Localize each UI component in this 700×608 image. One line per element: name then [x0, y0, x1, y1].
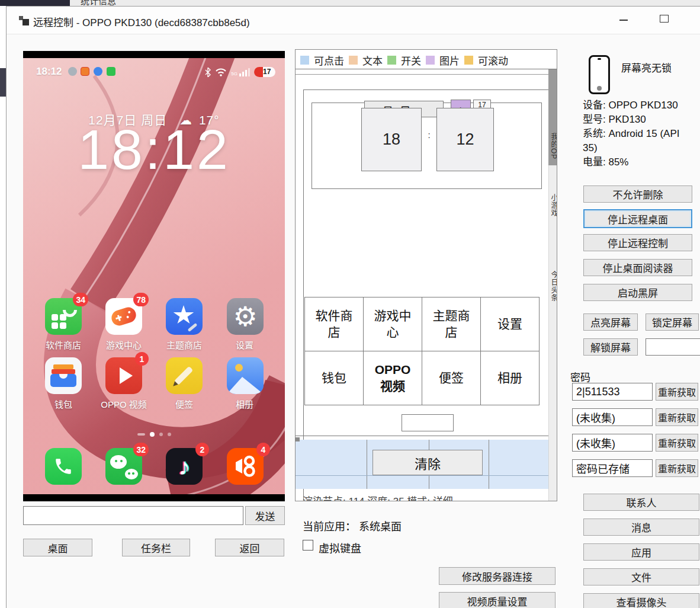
device-info-block: 设备: OPPO PKD130 型号: PKD130 系统: Android 1…: [583, 98, 695, 169]
legend-clickable-label: 可点击: [314, 53, 344, 68]
camera-glyph: [233, 455, 257, 478]
legend-text-label: 文本: [362, 53, 383, 68]
unlock-code-input[interactable]: [646, 338, 700, 356]
wire-cell-settings[interactable]: 设置: [480, 297, 540, 351]
wire-cell-notes[interactable]: 便签: [422, 351, 481, 405]
maximize-icon[interactable]: [660, 15, 669, 23]
wire-cell-gallery[interactable]: 相册: [480, 351, 540, 405]
dock-icon-phone[interactable]: [45, 448, 82, 485]
side-label: 小游戏: [549, 194, 557, 217]
wire-line: [296, 74, 557, 75]
current-app-value: 系统桌面: [359, 521, 402, 533]
messages-button[interactable]: 消息: [583, 519, 699, 536]
wire-cell-software-store[interactable]: 软件商店: [304, 297, 364, 351]
apps-button[interactable]: 应用: [583, 543, 699, 561]
virtual-keyboard-checkbox[interactable]: [303, 540, 313, 551]
video-quality-button[interactable]: 视频质量设置: [439, 592, 555, 608]
legend-scrollable-label: 可滚动: [478, 53, 508, 68]
wire-cell-theme-store[interactable]: 主题商店: [422, 297, 481, 351]
wire-search-node[interactable]: [402, 414, 454, 431]
password-field-1[interactable]: [572, 383, 653, 401]
wire-hour-node[interactable]: 18: [361, 108, 422, 171]
app-label: 相册: [214, 398, 275, 410]
stop-desktop-reader-button[interactable]: 停止桌面阅读器: [583, 259, 692, 276]
refetch-button-2[interactable]: 重新获取: [656, 408, 698, 426]
wire-cell-oppo-video[interactable]: OPPO 视频: [363, 351, 422, 405]
battery-percent: 17: [263, 68, 271, 76]
app-icon-notes[interactable]: [166, 357, 203, 394]
network-type: 5G: [231, 72, 237, 76]
wire-cell-wallet[interactable]: 钱包: [304, 351, 364, 405]
start-black-screen-button[interactable]: 启动黑屏: [583, 284, 692, 301]
desktop-button[interactable]: 桌面: [23, 539, 92, 556]
legend-clickable-swatch: [300, 56, 309, 65]
modify-server-button[interactable]: 修改服务器连接: [439, 567, 555, 585]
app-badge: 34: [73, 293, 88, 306]
ui-inspector-panel[interactable]: 可点击 文本 开关 图片 可滚动 12月7日... 多 17 ° 18: [295, 49, 557, 501]
phone-clock: 18:12: [23, 117, 285, 182]
app-icon-gallery[interactable]: [227, 357, 264, 394]
current-app-label: 当前应用：: [303, 521, 356, 533]
no-delete-button[interactable]: 不允许删除: [583, 185, 692, 203]
signal-icon: 5G: [231, 68, 250, 76]
contacts-button[interactable]: 联系人: [583, 494, 699, 511]
background-window-strip: 统计信息: [0, 0, 700, 6]
dock-icon-kuaishou[interactable]: 4: [227, 448, 264, 485]
device-model: 型号: PKD130: [583, 113, 695, 127]
app-icon-theme-store[interactable]: [166, 298, 203, 335]
app-icon-oppo-video[interactable]: 1: [105, 357, 142, 394]
send-text-input[interactable]: [23, 506, 243, 525]
handset-glyph: [53, 456, 73, 476]
app-badge: 1: [135, 352, 149, 366]
notification-browser-icon: [94, 67, 102, 76]
minimize-icon[interactable]: [619, 20, 628, 21]
background-window-edge: [0, 68, 6, 97]
app-icon-game-center[interactable]: 78: [105, 298, 142, 335]
phone-screen-mirror[interactable]: 18:12 5G 17: [23, 51, 285, 501]
taskbar-button[interactable]: 任务栏: [122, 539, 190, 556]
side-label: 今日头条: [549, 271, 557, 302]
status-right-cluster: 5G 17: [205, 67, 275, 77]
password-field-4[interactable]: [572, 459, 653, 477]
password-field-2[interactable]: [572, 408, 653, 426]
password-label: 密码: [570, 369, 590, 384]
password-field-3[interactable]: [572, 434, 653, 452]
unlock-screen-button[interactable]: 解锁屏幕: [583, 338, 638, 356]
view-camera-button[interactable]: 查看摄像头: [583, 593, 699, 608]
back-button[interactable]: 返回: [215, 539, 284, 556]
dock-icon-wechat[interactable]: 32: [105, 448, 142, 485]
device-system: 系统: Android 15 (API 35): [583, 127, 695, 155]
app-icon-wallet[interactable]: [45, 357, 82, 394]
stop-remote-control-button[interactable]: 停止远程控制: [583, 234, 692, 251]
titlebar: 远程控制 - OPPO PKD130 (decd68387cbb8e5d): [7, 7, 700, 34]
app-icon-settings[interactable]: ⚙: [227, 298, 264, 335]
wire-minute-node[interactable]: 12: [436, 108, 494, 171]
refetch-button-3[interactable]: 重新获取: [656, 434, 698, 452]
files-button[interactable]: 文件: [583, 568, 699, 585]
wire-cell-game-center[interactable]: 游戏中心: [363, 297, 422, 351]
stop-remote-desktop-button[interactable]: 停止远程桌面: [583, 209, 692, 228]
play-glyph: [120, 367, 133, 384]
clear-button[interactable]: 清除: [373, 450, 483, 475]
gear-glyph: ⚙: [233, 303, 257, 330]
app-label: 设置: [214, 338, 275, 351]
tiktok-note-glyph: ♪: [178, 453, 190, 480]
send-button[interactable]: 发送: [245, 506, 285, 525]
dock-icon-douyin[interactable]: ♪ 2: [166, 448, 203, 485]
notification-app-icon: [81, 67, 89, 76]
legend-switch-label: 开关: [401, 53, 421, 68]
refetch-button-4[interactable]: 重新获取: [656, 459, 698, 477]
bluetooth-icon: [205, 68, 211, 77]
app-label: 游戏中心: [94, 338, 154, 351]
notification-message-icon: [107, 67, 115, 76]
device-name: 设备: OPPO PKD130: [583, 98, 695, 113]
refetch-button-1[interactable]: 重新获取: [656, 383, 698, 401]
current-app-line: 当前应用： 系统桌面: [303, 518, 402, 533]
app-icon-software-store[interactable]: 34: [45, 298, 82, 335]
lock-screen-button[interactable]: 锁定屏幕: [646, 313, 699, 331]
light-screen-button[interactable]: 点亮屏幕: [583, 313, 638, 331]
gamepad-glyph: [110, 305, 138, 328]
virtual-keyboard-label: 虚拟键盘: [319, 540, 361, 555]
app-label: 软件商店: [33, 338, 94, 351]
app-badge: 78: [133, 293, 149, 306]
